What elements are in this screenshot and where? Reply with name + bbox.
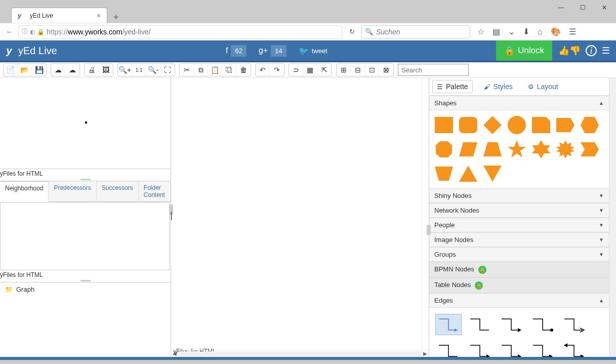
shape-hexagon[interactable] (579, 114, 600, 136)
downloads-icon[interactable]: ⬇ (523, 27, 529, 36)
browser-tab[interactable]: y yEd Live × (11, 8, 107, 23)
delete-button[interactable]: 🗑 (236, 64, 251, 76)
duplicate-button[interactable]: ⿻ (222, 64, 236, 76)
shape-rectangle[interactable] (433, 114, 455, 136)
shape-document[interactable] (530, 114, 552, 136)
shape-trapezoid[interactable] (482, 139, 503, 160)
twitter-share[interactable]: 🐦 tweet (299, 46, 327, 56)
edge-orthogonal-dot[interactable] (529, 314, 556, 335)
canvas[interactable]: yFiles for HTML ◀ ▶ (171, 78, 429, 357)
scroll-left-icon[interactable]: ◀ (171, 351, 178, 356)
shape-pentagon[interactable] (555, 114, 576, 136)
resize-handle[interactable] (0, 178, 171, 181)
browser-search-box[interactable]: 🔍 (361, 25, 470, 38)
shape-star6[interactable] (530, 139, 552, 160)
facebook-share[interactable]: f 62 (226, 45, 247, 57)
scroll-track[interactable] (178, 351, 422, 356)
cloud-download-button[interactable]: ☁ (51, 64, 65, 76)
right-scroll[interactable] (609, 78, 616, 357)
section-groups[interactable]: Groups ▼ (429, 247, 609, 262)
section-table-nodes[interactable]: Table Nodes🔒 (429, 277, 609, 293)
zoom-in-button[interactable]: 🔍+ (118, 64, 132, 76)
edge-orthogonal-blue[interactable] (435, 314, 462, 335)
tab-folder-content[interactable]: Folder Content (139, 181, 171, 201)
exit-group-button[interactable]: ⊠ (379, 64, 393, 76)
open-file-button[interactable]: 📂 (18, 64, 32, 76)
maximize-icon[interactable]: ☐ (580, 4, 586, 11)
identity-icon[interactable]: ⓘ (22, 27, 28, 36)
extension-icon[interactable]: 🎨 (551, 27, 561, 36)
grid-button[interactable]: ▦ (303, 64, 317, 76)
tree-item-graph[interactable]: 📁 Graph (5, 286, 166, 293)
home-icon[interactable]: ⌂ (538, 27, 543, 36)
shape-parallelogram[interactable] (458, 139, 479, 160)
edge-orthogonal-open[interactable] (561, 314, 587, 335)
tab-neighborhood[interactable]: Neighborhood (0, 181, 49, 202)
edge-orthogonal-arrow[interactable] (498, 314, 524, 335)
shape-octagon[interactable] (433, 139, 455, 160)
new-tab-button[interactable]: + (113, 12, 119, 23)
tracking-icon[interactable]: ◐ (30, 28, 35, 35)
shape-circle[interactable] (506, 114, 527, 136)
shape-chevron[interactable] (579, 139, 600, 160)
shape-star8[interactable] (555, 139, 576, 160)
close-window-icon[interactable]: ✕ (602, 4, 607, 11)
back-button[interactable]: ← (4, 27, 15, 36)
ungroup-button[interactable]: ⊟ (351, 64, 365, 76)
menu-icon[interactable]: ☰ (569, 27, 576, 36)
shape-trapezoid2[interactable] (433, 163, 455, 184)
tab-successors[interactable]: Successors (97, 181, 139, 201)
redo-button[interactable]: ↷ (270, 64, 284, 76)
thumbs-icon[interactable]: 👍👎 (558, 45, 581, 56)
ortho-button[interactable]: ⇱ (317, 64, 332, 76)
info-icon[interactable]: i (586, 45, 597, 56)
resize-handle-2[interactable] (0, 279, 171, 282)
toolbar-search-input[interactable] (398, 64, 469, 76)
edge-ortho-3[interactable] (467, 340, 493, 357)
section-shiny-nodes[interactable]: Shiny Nodes ▼ (429, 188, 609, 203)
section-network-nodes[interactable]: Network Nodes ▼ (429, 203, 609, 218)
overview-panel[interactable] (0, 78, 171, 169)
canvas-vscroll[interactable] (422, 78, 429, 350)
minimize-icon[interactable]: — (558, 4, 564, 11)
hamburger-icon[interactable]: ☰ (602, 45, 610, 56)
undo-button[interactable]: ↶ (256, 64, 270, 76)
unlock-button[interactable]: 🔒 Unlock (496, 41, 552, 61)
tab-close-icon[interactable]: × (97, 12, 101, 20)
tab-palette[interactable]: ☰ Palette (432, 80, 473, 93)
library-icon[interactable]: ▤ (492, 27, 500, 36)
print-button[interactable]: 🖨 (85, 64, 99, 76)
shape-diamond[interactable] (482, 114, 503, 136)
section-image-nodes[interactable]: Image Nodes ▼ (429, 232, 609, 247)
tab-predecessors[interactable]: Predecessors (49, 181, 96, 201)
edge-ortho-5[interactable] (529, 340, 556, 357)
export-image-button[interactable]: 🖼 (99, 64, 113, 76)
googleplus-share[interactable]: g+ 14 (259, 45, 286, 57)
cut-button[interactable]: ✂ (180, 64, 194, 76)
copy-button[interactable]: ⧉ (194, 64, 208, 76)
snap-button[interactable]: ⊃ (289, 64, 303, 76)
section-people[interactable]: People ▼ (429, 218, 609, 232)
tab-layout[interactable]: ⚙ Layout (524, 80, 562, 93)
section-edges[interactable]: Edges ▲ (429, 293, 609, 308)
shape-triangle[interactable] (458, 163, 479, 184)
bookmark-star-icon[interactable]: ☆ (477, 27, 484, 36)
cloud-upload-button[interactable]: ☁ (65, 64, 79, 76)
enter-group-button[interactable]: ⊡ (365, 64, 379, 76)
fit-button[interactable]: ⛶ (160, 64, 175, 76)
zoom-out-button[interactable]: 🔍- (146, 64, 160, 76)
pocket-icon[interactable]: ⌄ (508, 27, 515, 36)
shape-rounded-rect[interactable] (458, 114, 479, 136)
url-box[interactable]: ⓘ ◐ 🔒 https://www.yworks.com/yed-live/ (18, 25, 342, 38)
save-button[interactable]: 💾 (32, 64, 46, 76)
edge-bidirectional[interactable] (561, 340, 587, 357)
section-shapes[interactable]: Shapes ▲ (429, 96, 609, 110)
section-bpmn-nodes[interactable]: BPMN Nodes🔒 (429, 262, 609, 277)
refresh-button[interactable]: ↻ (345, 28, 358, 35)
group-button[interactable]: ⊞ (337, 64, 351, 76)
context-view[interactable] (0, 202, 170, 270)
tab-styles[interactable]: 🖌 Styles (480, 80, 517, 93)
browser-search-input[interactable] (376, 28, 467, 36)
edge-orthogonal-plain[interactable] (467, 314, 493, 335)
new-file-button[interactable]: 📄 (4, 64, 18, 76)
